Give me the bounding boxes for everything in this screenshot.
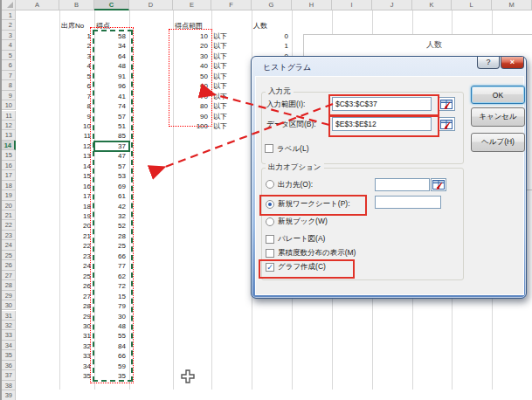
cell-F10[interactable]: 以下 xyxy=(211,101,251,110)
row-header-10[interactable]: 10 xyxy=(2,100,16,110)
column-header-G[interactable]: G xyxy=(252,0,292,10)
cell-F7[interactable]: 以下 xyxy=(211,72,251,80)
cell-B36[interactable]: 34 xyxy=(59,362,93,370)
row-header-8[interactable]: 8 xyxy=(2,80,16,90)
row-header-1[interactable]: 1 xyxy=(2,10,16,20)
column-header-K[interactable]: K xyxy=(412,0,452,10)
dialog-help-icon[interactable]: ? xyxy=(477,57,500,69)
row-header-14[interactable]: 14 xyxy=(2,141,16,150)
row-header-7[interactable]: 7 xyxy=(2,71,16,80)
cell-B19[interactable]: 17 xyxy=(59,191,93,200)
cell-B21[interactable]: 19 xyxy=(59,211,93,220)
cell-B30[interactable]: 28 xyxy=(59,301,93,310)
cell-B25[interactable]: 23 xyxy=(59,252,93,260)
cell-B22[interactable]: 20 xyxy=(59,221,93,230)
row-header-37[interactable]: 37 xyxy=(2,370,16,380)
row-header-12[interactable]: 12 xyxy=(2,121,16,130)
cell-B16[interactable]: 14 xyxy=(59,162,93,170)
select-all-corner[interactable] xyxy=(2,0,16,10)
cell-F9[interactable]: 以下 xyxy=(211,92,251,100)
row-header-23[interactable]: 23 xyxy=(2,231,16,240)
row-header-3[interactable]: 3 xyxy=(2,31,16,40)
column-header-I[interactable]: I xyxy=(332,0,372,10)
cell-B24[interactable]: 22 xyxy=(59,241,93,250)
row-header-24[interactable]: 24 xyxy=(2,240,16,250)
cell-B23[interactable]: 21 xyxy=(59,231,93,240)
row-header-9[interactable]: 9 xyxy=(2,91,16,100)
cell-F4[interactable]: 以下 xyxy=(211,41,251,50)
row-header-32[interactable]: 32 xyxy=(2,321,16,330)
active-cell[interactable]: 37 xyxy=(93,141,130,152)
cancel-button[interactable]: キャンセル xyxy=(471,107,525,127)
row-header-19[interactable]: 19 xyxy=(2,190,16,200)
column-header-H[interactable]: H xyxy=(292,0,332,10)
cell-B5[interactable]: 3 xyxy=(59,52,93,60)
cell-B29[interactable]: 27 xyxy=(59,292,93,300)
new-worksheet-name-field[interactable] xyxy=(375,196,441,209)
cell-B7[interactable]: 5 xyxy=(59,72,93,80)
cell-F12[interactable]: 以下 xyxy=(211,121,251,130)
column-header-E[interactable]: E xyxy=(173,0,211,10)
cell-F3[interactable]: 以下 xyxy=(211,31,251,40)
output-range-radio[interactable] xyxy=(266,180,274,189)
row-header-13[interactable]: 13 xyxy=(2,130,16,140)
row-header-30[interactable]: 30 xyxy=(2,300,16,310)
cell-B3[interactable]: 1 xyxy=(59,31,93,40)
cell-F11[interactable]: 以下 xyxy=(211,112,251,121)
cell-G3[interactable]: 0 xyxy=(252,31,291,40)
bin-range-picker-button[interactable] xyxy=(438,117,455,131)
cell-B31[interactable]: 29 xyxy=(59,312,93,321)
column-header-F[interactable]: F xyxy=(211,0,252,10)
cell-B8[interactable]: 6 xyxy=(59,81,93,90)
column-header-J[interactable]: J xyxy=(372,0,412,10)
row-header-2[interactable]: 2 xyxy=(2,20,16,30)
cell-B2-label[interactable]: 出席No xyxy=(59,21,93,30)
output-range-field[interactable] xyxy=(375,178,430,191)
new-workbook-radio[interactable] xyxy=(266,217,274,226)
cell-B37[interactable]: 35 xyxy=(59,371,93,380)
output-range-picker-button[interactable] xyxy=(431,178,446,191)
labels-checkbox[interactable] xyxy=(265,144,273,153)
input-range-picker-button[interactable] xyxy=(438,97,455,111)
column-header-A[interactable]: A xyxy=(16,0,59,10)
pareto-checkbox[interactable] xyxy=(266,235,274,244)
cell-F5[interactable]: 以下 xyxy=(211,52,251,60)
row-header-22[interactable]: 22 xyxy=(2,220,16,230)
cell-F6[interactable]: 以下 xyxy=(211,61,251,70)
row-header-18[interactable]: 18 xyxy=(2,181,16,190)
cell-B17[interactable]: 15 xyxy=(59,171,93,180)
row-header-39[interactable]: 39 xyxy=(2,390,16,400)
row-header-38[interactable]: 38 xyxy=(2,381,16,390)
ok-button[interactable]: OK xyxy=(471,86,525,104)
cell-B11[interactable]: 9 xyxy=(59,112,93,121)
cell-B6[interactable]: 4 xyxy=(59,61,93,70)
row-header-27[interactable]: 27 xyxy=(2,271,16,280)
close-icon[interactable]: × xyxy=(501,57,524,69)
cumulative-checkbox[interactable] xyxy=(266,249,274,258)
row-header-5[interactable]: 5 xyxy=(2,51,16,60)
cell-F8[interactable]: 以下 xyxy=(211,81,251,90)
row-header-20[interactable]: 20 xyxy=(2,201,16,210)
row-header-29[interactable]: 29 xyxy=(2,291,16,300)
row-header-16[interactable]: 16 xyxy=(2,161,16,170)
cell-B33[interactable]: 31 xyxy=(59,331,93,340)
row-header-6[interactable]: 6 xyxy=(2,60,16,70)
cell-B32[interactable]: 30 xyxy=(59,321,93,330)
cell-G4[interactable]: 1 xyxy=(252,41,291,50)
cell-B4[interactable]: 2 xyxy=(59,41,93,50)
cell-B18[interactable]: 16 xyxy=(59,182,93,190)
cell-B10[interactable]: 8 xyxy=(59,101,93,110)
row-header-17[interactable]: 17 xyxy=(2,170,16,180)
row-header-26[interactable]: 26 xyxy=(2,260,16,270)
row-header-15[interactable]: 15 xyxy=(2,150,16,160)
column-header-L[interactable]: L xyxy=(452,0,492,10)
row-header-4[interactable]: 4 xyxy=(2,40,16,50)
row-header-28[interactable]: 28 xyxy=(2,280,16,290)
cell-B26[interactable]: 24 xyxy=(59,261,93,270)
column-header-C[interactable]: C xyxy=(94,0,129,10)
cell-B12[interactable]: 10 xyxy=(59,121,93,130)
row-header-33[interactable]: 33 xyxy=(2,330,16,340)
cell-B13[interactable]: 11 xyxy=(59,131,93,140)
column-header-B[interactable]: B xyxy=(59,0,94,10)
cell-B27[interactable]: 25 xyxy=(59,272,93,280)
